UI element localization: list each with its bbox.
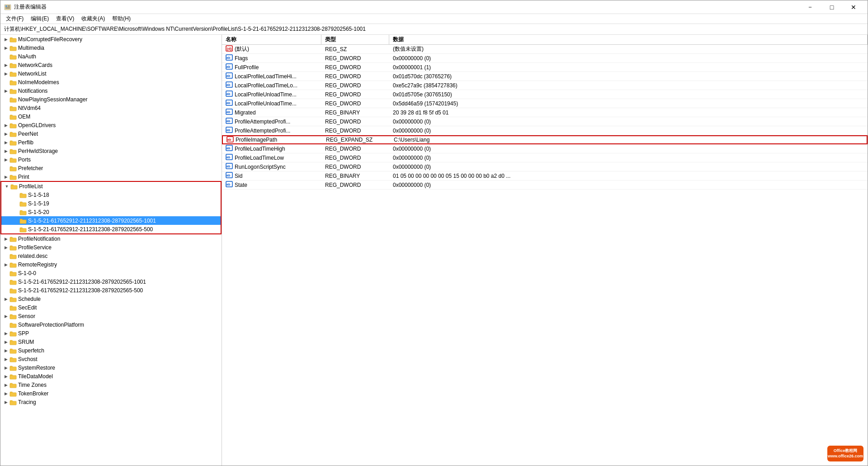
menu-view[interactable]: 查看(V): [52, 14, 78, 24]
tree-expand-icon[interactable]: ▶: [2, 390, 9, 397]
tree-expand-icon[interactable]: [2, 165, 9, 172]
tree-item[interactable]: ▶ NetworkCards: [0, 61, 222, 69]
tree-expand-icon[interactable]: [12, 191, 19, 199]
tree-expand-icon[interactable]: ▶: [2, 130, 9, 138]
tree-item[interactable]: ▶ NetworkList: [0, 69, 222, 78]
tree-expand-icon[interactable]: ▶: [2, 381, 9, 389]
tree-item[interactable]: ▶ PerHwIdStorage: [0, 147, 222, 155]
tree-item[interactable]: ▶ Perflib: [0, 138, 222, 147]
tree-item[interactable]: S-1-0-0: [0, 269, 222, 277]
tree-expand-icon[interactable]: [2, 96, 9, 103]
tree-item[interactable]: S-1-5-21-617652912-2112312308-2879202565…: [1, 225, 221, 233]
tree-item[interactable]: S-1-5-20: [1, 208, 221, 216]
tree-item[interactable]: ▶ Sensor: [0, 312, 222, 320]
tree-expand-icon[interactable]: [2, 113, 9, 120]
tree-item[interactable]: ▶ Schedule: [0, 295, 222, 303]
value-row[interactable]: ab RunLogonScriptSyncREG_DWORD0x00000000…: [222, 162, 868, 171]
value-row[interactable]: ab SidREG_BINARY01 05 00 00 00 00 00 05 …: [222, 171, 868, 181]
tree-expand-icon[interactable]: ▶: [2, 156, 9, 163]
tree-item[interactable]: ▶ TileDataModel: [0, 372, 222, 380]
tree-expand-icon[interactable]: [2, 53, 9, 60]
tree-expand-icon[interactable]: ▶: [2, 173, 9, 181]
menu-edit[interactable]: 编辑(E): [27, 14, 52, 24]
tree-item[interactable]: ▶ SRUM: [0, 338, 222, 346]
tree-expand-icon[interactable]: [2, 252, 9, 260]
tree-expand-icon[interactable]: ▶: [2, 62, 9, 69]
tree-item[interactable]: ▶ SPP: [0, 329, 222, 338]
tree-expand-icon[interactable]: ▶: [2, 295, 9, 303]
tree-expand-icon[interactable]: ▶: [2, 356, 9, 363]
tree-item[interactable]: S-1-5-21-617652912-2112312308-2879202565…: [0, 277, 222, 286]
tree-item[interactable]: ▶ Tracing: [0, 398, 222, 406]
value-row[interactable]: ab LocalProfileLoadTimeHi...REG_DWORD0x0…: [222, 72, 868, 81]
tree-item[interactable]: OEM: [0, 112, 222, 121]
tree-item[interactable]: SoftwareProtectionPlatform: [0, 320, 222, 329]
value-row[interactable]: ab ProfileImagePathREG_EXPAND_SZC:\Users…: [222, 135, 868, 144]
value-row[interactable]: ab ProfileLoadTimeHighREG_DWORD0x0000000…: [222, 144, 868, 153]
tree-item[interactable]: NoImeModelmes: [0, 78, 222, 86]
tree-expand-icon[interactable]: [2, 287, 9, 294]
tree-expand-icon[interactable]: ▶: [2, 338, 9, 346]
tree-item[interactable]: S-1-5-21-617652912-2112312308-2879202565…: [0, 286, 222, 295]
tree-expand-icon[interactable]: [2, 304, 9, 311]
col-header-data[interactable]: 数据: [389, 35, 868, 44]
tree-expand-icon[interactable]: [2, 270, 9, 277]
tree-item[interactable]: S-1-5-18: [1, 190, 221, 199]
tree-expand-icon[interactable]: ▶: [2, 235, 9, 243]
value-row[interactable]: ab MigratedREG_BINARY20 39 28 d1 f8 5f d…: [222, 108, 868, 117]
tree-expand-icon[interactable]: ▶: [2, 139, 9, 146]
tree-item[interactable]: ▶ Superfetch: [0, 346, 222, 355]
tree-expand-icon[interactable]: ▶: [2, 244, 9, 251]
tree-item[interactable]: ▶ PeerNet: [0, 129, 222, 138]
tree-item[interactable]: ▶ MsiCorruptedFileRecovery: [0, 35, 222, 43]
tree-item[interactable]: ▶ Time Zones: [0, 380, 222, 389]
tree-item[interactable]: Prefetcher: [0, 164, 222, 172]
tree-item[interactable]: ▶ Multimedia: [0, 43, 222, 52]
tree-item[interactable]: ▶ Ports: [0, 155, 222, 164]
tree-expand-icon[interactable]: [2, 79, 9, 86]
tree-item[interactable]: NaAuth: [0, 52, 222, 61]
tree-expand-icon[interactable]: ▶: [2, 147, 9, 155]
tree-item[interactable]: ▶ Svchost: [0, 355, 222, 363]
value-row[interactable]: ab LocalProfileUnloadTime...REG_DWORD0x0…: [222, 90, 868, 99]
tree-item[interactable]: ▶ SystemRestore: [0, 363, 222, 372]
menu-help[interactable]: 帮助(H): [108, 14, 134, 24]
tree-expand-icon[interactable]: ▶: [2, 70, 9, 77]
tree-expand-icon[interactable]: [12, 209, 19, 216]
value-row[interactable]: ab ProfileLoadTimeLowREG_DWORD0x00000000…: [222, 153, 868, 162]
value-row[interactable]: (d) (默认)REG_SZ(数值未设置): [222, 45, 868, 54]
tree-expand-icon[interactable]: [2, 105, 9, 112]
col-header-type[interactable]: 类型: [321, 35, 389, 44]
tree-expand-icon[interactable]: ▶: [2, 36, 9, 43]
value-row[interactable]: ab FullProfileREG_DWORD0x00000001 (1): [222, 63, 868, 72]
tree-item[interactable]: NowPlayingSessionManager: [0, 95, 222, 104]
tree-expand-icon[interactable]: ▶: [2, 313, 9, 320]
tree-expand-icon[interactable]: ▶: [2, 330, 9, 337]
tree-item[interactable]: related.desc: [0, 252, 222, 260]
tree-item[interactable]: ▶ RemoteRegistry: [0, 260, 222, 269]
values-pane[interactable]: 名称 类型 数据 (d) (默认)REG_SZ(数值未设置) ab FlagsR…: [222, 35, 868, 466]
value-row[interactable]: ab LocalProfileLoadTimeLo...REG_DWORD0xe…: [222, 81, 868, 90]
tree-item[interactable]: ▶ Notifications: [0, 86, 222, 95]
tree-item[interactable]: SecEdit: [0, 303, 222, 312]
tree-expand-icon[interactable]: ▶: [2, 364, 9, 371]
col-header-name[interactable]: 名称: [222, 35, 321, 44]
tree-item[interactable]: NtVdm64: [0, 104, 222, 112]
value-row[interactable]: ab ProfileAttemptedProfi...REG_DWORD0x00…: [222, 117, 868, 126]
menu-file[interactable]: 文件(F): [2, 14, 27, 24]
tree-expand-icon[interactable]: ▼: [3, 183, 10, 190]
value-row[interactable]: ab LocalProfileUnloadTime...REG_DWORD0x5…: [222, 99, 868, 108]
tree-item[interactable]: ▶ ProfileNotification: [0, 234, 222, 243]
tree-item[interactable]: ▶ TokenBroker: [0, 389, 222, 398]
tree-expand-icon[interactable]: ▶: [2, 87, 9, 95]
tree-item[interactable]: ▶ OpenGLDrivers: [0, 121, 222, 129]
tree-expand-icon[interactable]: ▶: [2, 347, 9, 354]
tree-pane[interactable]: ▶ MsiCorruptedFileRecovery▶ Multimedia N…: [0, 35, 222, 466]
value-row[interactable]: ab StateREG_DWORD0x00000000 (0): [222, 181, 868, 190]
value-row[interactable]: ab ProfileAttemptedProfi...REG_DWORD0x00…: [222, 126, 868, 135]
tree-item[interactable]: ▶ Print: [0, 172, 222, 181]
tree-expand-icon[interactable]: ▶: [2, 261, 9, 268]
tree-expand-icon[interactable]: [12, 226, 19, 233]
tree-expand-icon[interactable]: [2, 278, 9, 285]
menu-favorites[interactable]: 收藏夹(A): [78, 14, 108, 24]
